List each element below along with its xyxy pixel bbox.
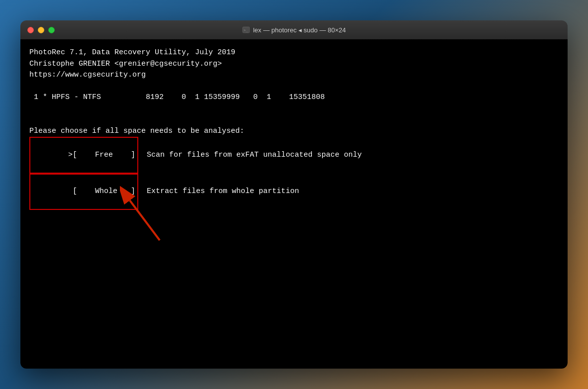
- option-free-row[interactable]: >[ Free ] Scan for files from exFAT unal…: [29, 137, 559, 174]
- option-free-description: Scan for files from exFAT unallocated sp…: [142, 150, 362, 161]
- line-5: 1 * HPFS - NTFS 8192 0 1 15359999 0 1 15…: [29, 92, 559, 103]
- line-4: [29, 81, 559, 93]
- line-1: PhotoRec 7.1, Data Recovery Utility, Jul…: [29, 47, 559, 59]
- line-7: [29, 114, 559, 126]
- svg-text:>_: >_: [244, 28, 248, 32]
- maximize-button[interactable]: [48, 27, 55, 33]
- option-whole-row[interactable]: [ Whole ] Extract files from whole parti…: [29, 174, 559, 210]
- close-button[interactable]: [27, 27, 34, 33]
- option-whole-description: Extract files from whole partition: [142, 186, 299, 197]
- terminal-icon: >_: [242, 26, 250, 34]
- option-whole-label: Whole: [77, 187, 131, 195]
- option-whole-bracket-open: [: [68, 187, 77, 195]
- terminal-body[interactable]: PhotoRec 7.1, Data Recovery Utility, Jul…: [20, 39, 568, 369]
- line-6: [29, 103, 559, 115]
- option-free-bracket-close: ]: [131, 151, 135, 159]
- option-free-bracket-open: >[: [68, 151, 77, 159]
- title-text: lex — photorec ◂ sudo — 80×24: [253, 26, 346, 34]
- option-free-label: Free: [77, 151, 131, 159]
- option-free-box[interactable]: >[ Free ]: [29, 137, 138, 174]
- line-8: Please choose if all space needs to be a…: [29, 126, 559, 137]
- titlebar: >_ lex — photorec ◂ sudo — 80×24: [20, 20, 568, 39]
- window-title: >_ lex — photorec ◂ sudo — 80×24: [242, 26, 346, 34]
- line-2: Christophe GRENIER <grenier@cgsecurity.o…: [29, 59, 559, 70]
- option-whole-bracket-close: ]: [131, 187, 135, 195]
- option-whole-box[interactable]: [ Whole ]: [29, 174, 138, 210]
- minimize-button[interactable]: [38, 27, 44, 33]
- line-3: https://www.cgsecurity.org: [29, 70, 559, 81]
- terminal-window: >_ lex — photorec ◂ sudo — 80×24 PhotoRe…: [20, 20, 568, 369]
